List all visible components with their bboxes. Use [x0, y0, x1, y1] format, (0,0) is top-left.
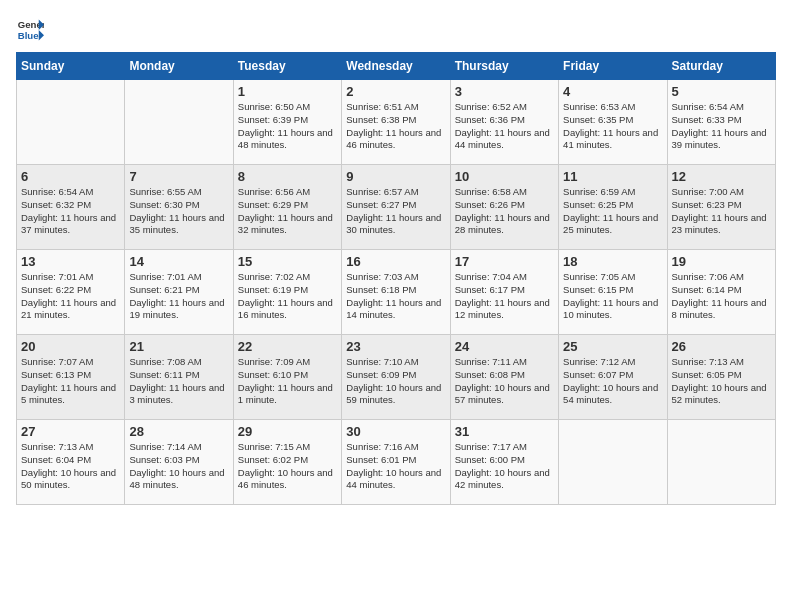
day-number: 21 — [129, 339, 228, 354]
logo-icon: General Blue — [16, 16, 44, 44]
day-number: 7 — [129, 169, 228, 184]
calendar-cell: 6Sunrise: 6:54 AM Sunset: 6:32 PM Daylig… — [17, 165, 125, 250]
day-info: Sunrise: 7:17 AM Sunset: 6:00 PM Dayligh… — [455, 441, 554, 492]
day-info: Sunrise: 7:03 AM Sunset: 6:18 PM Dayligh… — [346, 271, 445, 322]
day-header-wednesday: Wednesday — [342, 53, 450, 80]
day-info: Sunrise: 6:59 AM Sunset: 6:25 PM Dayligh… — [563, 186, 662, 237]
calendar-cell: 10Sunrise: 6:58 AM Sunset: 6:26 PM Dayli… — [450, 165, 558, 250]
day-info: Sunrise: 7:13 AM Sunset: 6:04 PM Dayligh… — [21, 441, 120, 492]
calendar-week-3: 13Sunrise: 7:01 AM Sunset: 6:22 PM Dayli… — [17, 250, 776, 335]
day-number: 24 — [455, 339, 554, 354]
day-number: 13 — [21, 254, 120, 269]
calendar-cell: 27Sunrise: 7:13 AM Sunset: 6:04 PM Dayli… — [17, 420, 125, 505]
day-header-tuesday: Tuesday — [233, 53, 341, 80]
day-number: 26 — [672, 339, 771, 354]
day-info: Sunrise: 7:11 AM Sunset: 6:08 PM Dayligh… — [455, 356, 554, 407]
calendar-cell: 21Sunrise: 7:08 AM Sunset: 6:11 PM Dayli… — [125, 335, 233, 420]
calendar-cell: 4Sunrise: 6:53 AM Sunset: 6:35 PM Daylig… — [559, 80, 667, 165]
day-number: 30 — [346, 424, 445, 439]
day-info: Sunrise: 7:01 AM Sunset: 6:21 PM Dayligh… — [129, 271, 228, 322]
calendar-week-1: 1Sunrise: 6:50 AM Sunset: 6:39 PM Daylig… — [17, 80, 776, 165]
calendar-cell: 16Sunrise: 7:03 AM Sunset: 6:18 PM Dayli… — [342, 250, 450, 335]
calendar-cell: 29Sunrise: 7:15 AM Sunset: 6:02 PM Dayli… — [233, 420, 341, 505]
calendar-cell: 9Sunrise: 6:57 AM Sunset: 6:27 PM Daylig… — [342, 165, 450, 250]
calendar-week-2: 6Sunrise: 6:54 AM Sunset: 6:32 PM Daylig… — [17, 165, 776, 250]
day-number: 3 — [455, 84, 554, 99]
calendar-cell: 25Sunrise: 7:12 AM Sunset: 6:07 PM Dayli… — [559, 335, 667, 420]
day-info: Sunrise: 7:16 AM Sunset: 6:01 PM Dayligh… — [346, 441, 445, 492]
calendar-cell: 11Sunrise: 6:59 AM Sunset: 6:25 PM Dayli… — [559, 165, 667, 250]
day-number: 8 — [238, 169, 337, 184]
calendar-header-row: SundayMondayTuesdayWednesdayThursdayFrid… — [17, 53, 776, 80]
svg-text:Blue: Blue — [18, 30, 39, 41]
day-info: Sunrise: 6:54 AM Sunset: 6:32 PM Dayligh… — [21, 186, 120, 237]
calendar-table: SundayMondayTuesdayWednesdayThursdayFrid… — [16, 52, 776, 505]
day-info: Sunrise: 6:58 AM Sunset: 6:26 PM Dayligh… — [455, 186, 554, 237]
day-number: 2 — [346, 84, 445, 99]
day-header-monday: Monday — [125, 53, 233, 80]
day-number: 18 — [563, 254, 662, 269]
day-info: Sunrise: 7:04 AM Sunset: 6:17 PM Dayligh… — [455, 271, 554, 322]
calendar-cell — [17, 80, 125, 165]
calendar-cell: 14Sunrise: 7:01 AM Sunset: 6:21 PM Dayli… — [125, 250, 233, 335]
day-info: Sunrise: 6:51 AM Sunset: 6:38 PM Dayligh… — [346, 101, 445, 152]
day-number: 6 — [21, 169, 120, 184]
day-number: 28 — [129, 424, 228, 439]
calendar-cell: 15Sunrise: 7:02 AM Sunset: 6:19 PM Dayli… — [233, 250, 341, 335]
day-info: Sunrise: 7:06 AM Sunset: 6:14 PM Dayligh… — [672, 271, 771, 322]
calendar-week-4: 20Sunrise: 7:07 AM Sunset: 6:13 PM Dayli… — [17, 335, 776, 420]
calendar-cell: 28Sunrise: 7:14 AM Sunset: 6:03 PM Dayli… — [125, 420, 233, 505]
calendar-cell: 31Sunrise: 7:17 AM Sunset: 6:00 PM Dayli… — [450, 420, 558, 505]
calendar-cell: 26Sunrise: 7:13 AM Sunset: 6:05 PM Dayli… — [667, 335, 775, 420]
day-info: Sunrise: 7:02 AM Sunset: 6:19 PM Dayligh… — [238, 271, 337, 322]
calendar-cell: 7Sunrise: 6:55 AM Sunset: 6:30 PM Daylig… — [125, 165, 233, 250]
calendar-cell: 13Sunrise: 7:01 AM Sunset: 6:22 PM Dayli… — [17, 250, 125, 335]
calendar-cell: 3Sunrise: 6:52 AM Sunset: 6:36 PM Daylig… — [450, 80, 558, 165]
calendar-cell — [125, 80, 233, 165]
calendar-cell: 20Sunrise: 7:07 AM Sunset: 6:13 PM Dayli… — [17, 335, 125, 420]
day-number: 12 — [672, 169, 771, 184]
day-number: 22 — [238, 339, 337, 354]
day-number: 9 — [346, 169, 445, 184]
day-info: Sunrise: 6:52 AM Sunset: 6:36 PM Dayligh… — [455, 101, 554, 152]
day-info: Sunrise: 7:10 AM Sunset: 6:09 PM Dayligh… — [346, 356, 445, 407]
day-number: 20 — [21, 339, 120, 354]
day-info: Sunrise: 6:56 AM Sunset: 6:29 PM Dayligh… — [238, 186, 337, 237]
day-number: 4 — [563, 84, 662, 99]
calendar-cell: 2Sunrise: 6:51 AM Sunset: 6:38 PM Daylig… — [342, 80, 450, 165]
day-info: Sunrise: 7:12 AM Sunset: 6:07 PM Dayligh… — [563, 356, 662, 407]
day-number: 16 — [346, 254, 445, 269]
calendar-cell: 19Sunrise: 7:06 AM Sunset: 6:14 PM Dayli… — [667, 250, 775, 335]
calendar-cell: 18Sunrise: 7:05 AM Sunset: 6:15 PM Dayli… — [559, 250, 667, 335]
day-info: Sunrise: 7:05 AM Sunset: 6:15 PM Dayligh… — [563, 271, 662, 322]
calendar-cell: 17Sunrise: 7:04 AM Sunset: 6:17 PM Dayli… — [450, 250, 558, 335]
calendar-week-5: 27Sunrise: 7:13 AM Sunset: 6:04 PM Dayli… — [17, 420, 776, 505]
calendar-cell: 23Sunrise: 7:10 AM Sunset: 6:09 PM Dayli… — [342, 335, 450, 420]
page-header: General Blue — [16, 16, 776, 44]
day-number: 11 — [563, 169, 662, 184]
day-info: Sunrise: 7:14 AM Sunset: 6:03 PM Dayligh… — [129, 441, 228, 492]
day-number: 17 — [455, 254, 554, 269]
day-info: Sunrise: 7:00 AM Sunset: 6:23 PM Dayligh… — [672, 186, 771, 237]
calendar-cell: 24Sunrise: 7:11 AM Sunset: 6:08 PM Dayli… — [450, 335, 558, 420]
day-info: Sunrise: 6:50 AM Sunset: 6:39 PM Dayligh… — [238, 101, 337, 152]
day-info: Sunrise: 6:55 AM Sunset: 6:30 PM Dayligh… — [129, 186, 228, 237]
day-info: Sunrise: 7:09 AM Sunset: 6:10 PM Dayligh… — [238, 356, 337, 407]
day-header-friday: Friday — [559, 53, 667, 80]
calendar-cell: 8Sunrise: 6:56 AM Sunset: 6:29 PM Daylig… — [233, 165, 341, 250]
calendar-cell — [559, 420, 667, 505]
day-info: Sunrise: 7:07 AM Sunset: 6:13 PM Dayligh… — [21, 356, 120, 407]
day-number: 23 — [346, 339, 445, 354]
day-number: 19 — [672, 254, 771, 269]
day-info: Sunrise: 7:08 AM Sunset: 6:11 PM Dayligh… — [129, 356, 228, 407]
day-number: 25 — [563, 339, 662, 354]
day-number: 31 — [455, 424, 554, 439]
calendar-cell: 5Sunrise: 6:54 AM Sunset: 6:33 PM Daylig… — [667, 80, 775, 165]
calendar-cell: 1Sunrise: 6:50 AM Sunset: 6:39 PM Daylig… — [233, 80, 341, 165]
day-info: Sunrise: 6:57 AM Sunset: 6:27 PM Dayligh… — [346, 186, 445, 237]
logo: General Blue — [16, 16, 48, 44]
day-number: 27 — [21, 424, 120, 439]
day-info: Sunrise: 7:15 AM Sunset: 6:02 PM Dayligh… — [238, 441, 337, 492]
day-number: 14 — [129, 254, 228, 269]
day-number: 10 — [455, 169, 554, 184]
